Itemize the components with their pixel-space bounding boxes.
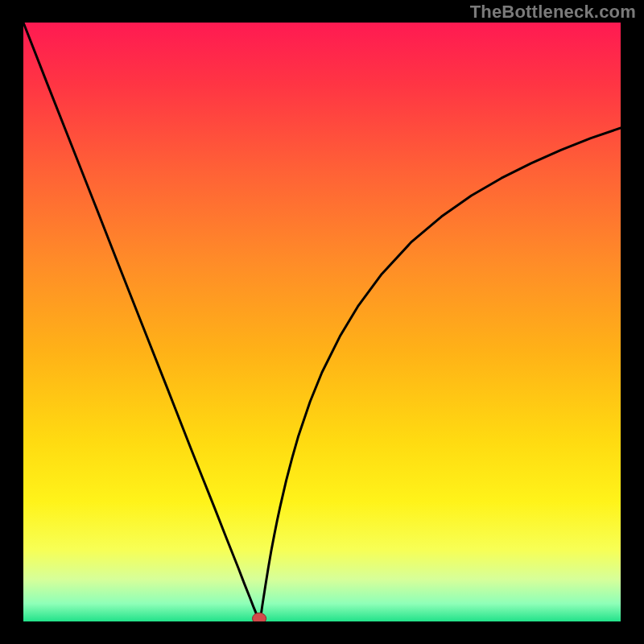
plot-background <box>23 23 621 621</box>
chart-stage: TheBottleneck.com <box>0 0 644 644</box>
plot-svg <box>23 23 621 621</box>
minimum-marker <box>253 613 266 621</box>
plot-frame <box>23 23 621 621</box>
attribution-text: TheBottleneck.com <box>470 2 636 23</box>
